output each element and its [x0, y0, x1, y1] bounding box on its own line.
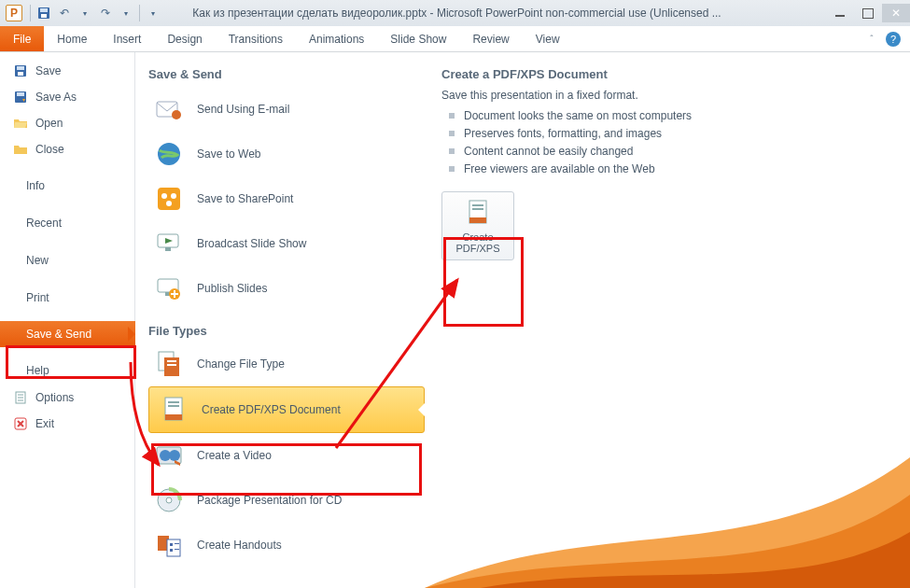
qat-save-icon[interactable] — [35, 4, 53, 22]
option-broadcast[interactable]: Broadcast Slide Show — [148, 221, 425, 266]
sidebar-label: Save & Send — [13, 328, 91, 341]
tab-animations[interactable]: Animations — [296, 26, 377, 51]
video-icon — [154, 441, 184, 470]
sidebar-label: Open — [35, 117, 63, 130]
detail-title: Create a PDF/XPS Document — [441, 67, 899, 81]
button-label-line2: PDF/XPS — [455, 243, 499, 254]
svg-rect-30 — [167, 360, 176, 362]
svg-rect-44 — [170, 543, 173, 546]
publish-icon — [154, 273, 184, 303]
qat-customize-icon[interactable]: ▾ — [144, 4, 162, 22]
svg-rect-31 — [167, 364, 176, 366]
sidebar-new[interactable]: New — [0, 246, 134, 274]
tab-transitions[interactable]: Transitions — [216, 26, 296, 51]
tab-slideshow[interactable]: Slide Show — [377, 26, 459, 51]
option-package-cd[interactable]: Package Presentation for CD — [148, 478, 425, 523]
email-icon — [154, 94, 184, 124]
svg-rect-35 — [165, 414, 182, 420]
sidebar-label: Close — [35, 143, 64, 156]
option-label: Create Handouts — [197, 539, 282, 552]
maximize-button[interactable] — [854, 4, 882, 22]
option-label: Package Presentation for CD — [197, 494, 342, 507]
tab-home[interactable]: Home — [44, 26, 100, 51]
qat-dropdown-icon[interactable]: ▾ — [76, 4, 94, 22]
tab-review[interactable]: Review — [459, 26, 522, 51]
saveas-icon — [13, 90, 28, 105]
ribbon-tabs: File Home Insert Design Transitions Anim… — [0, 26, 910, 52]
svg-point-16 — [172, 110, 181, 119]
options-icon — [13, 390, 28, 405]
sidebar-recent[interactable]: Recent — [0, 209, 134, 237]
tab-view[interactable]: View — [523, 26, 573, 51]
option-create-pdf-xps[interactable]: Create PDF/XPS Document — [148, 386, 425, 433]
bullet: Preserves fonts, formatting, and images — [449, 125, 899, 143]
option-publish-slides[interactable]: Publish Slides — [148, 266, 425, 311]
option-label: Create PDF/XPS Document — [202, 403, 341, 416]
save-icon — [13, 63, 28, 78]
folder-open-icon — [13, 116, 28, 131]
svg-rect-34 — [168, 405, 179, 407]
window-title: Как из презентации сделать видеоролик.pp… — [162, 7, 826, 20]
close-button[interactable] — [882, 4, 910, 22]
option-change-file-type[interactable]: Change File Type — [148, 342, 425, 386]
detail-bullets: Document looks the same on most computer… — [449, 107, 899, 178]
svg-point-20 — [171, 193, 176, 199]
svg-rect-45 — [175, 543, 179, 544]
sidebar-options[interactable]: Options — [0, 385, 134, 411]
option-label: Publish Slides — [197, 282, 267, 295]
svg-point-41 — [166, 497, 172, 503]
minimize-ribbon-icon[interactable]: ˆ — [863, 31, 880, 48]
folder-close-icon — [13, 142, 28, 157]
section-save-send: Save & Send — [148, 67, 425, 83]
option-create-video[interactable]: Create a Video — [148, 433, 425, 478]
option-save-sharepoint[interactable]: Save to SharePoint — [148, 176, 425, 221]
svg-rect-23 — [165, 247, 171, 251]
tab-design[interactable]: Design — [154, 26, 215, 51]
svg-rect-33 — [168, 401, 179, 403]
svg-rect-43 — [167, 539, 180, 556]
minimize-button[interactable] — [826, 4, 854, 22]
sidebar-label: Save — [35, 64, 61, 77]
svg-rect-51 — [469, 217, 486, 223]
change-filetype-icon — [154, 349, 184, 379]
sidebar-save[interactable]: Save — [0, 58, 134, 84]
sidebar-close[interactable]: Close — [0, 136, 134, 162]
sharepoint-icon — [154, 184, 184, 214]
option-label: Save to SharePoint — [197, 192, 293, 205]
svg-rect-7 — [17, 92, 24, 96]
svg-rect-49 — [472, 204, 483, 206]
sidebar-info[interactable]: Info — [0, 172, 134, 200]
svg-rect-2 — [41, 14, 47, 18]
qat-redo-icon[interactable]: ↷ — [96, 4, 115, 22]
broadcast-icon — [154, 229, 184, 259]
tab-insert[interactable]: Insert — [100, 26, 154, 51]
separator — [30, 5, 31, 21]
svg-point-19 — [161, 193, 167, 199]
sidebar-help[interactable]: Help — [0, 357, 134, 385]
qat-undo-icon[interactable]: ↶ — [55, 4, 74, 22]
option-send-email[interactable]: Send Using E-mail — [148, 87, 425, 132]
qat-dropdown-icon[interactable]: ▾ — [117, 4, 135, 22]
sidebar-open[interactable]: Open — [0, 110, 134, 136]
sidebar-print[interactable]: Print — [0, 284, 134, 312]
option-label: Create a Video — [197, 449, 272, 462]
tab-file[interactable]: File — [0, 26, 44, 51]
sidebar-saveas[interactable]: Save As — [0, 84, 134, 110]
sidebar-save-send[interactable]: Save & Send — [0, 321, 135, 347]
create-pdf-xps-button[interactable]: Create PDF/XPS — [441, 191, 514, 260]
option-label: Broadcast Slide Show — [197, 237, 306, 250]
svg-rect-50 — [472, 208, 483, 210]
separator — [139, 5, 140, 21]
option-save-web[interactable]: Save to Web — [148, 132, 425, 176]
quick-access-toolbar: ↶ ▾ ↷ ▾ ▾ — [28, 4, 162, 22]
option-label: Send Using E-mail — [197, 103, 289, 116]
sidebar-label: Save As — [35, 91, 77, 104]
svg-rect-46 — [170, 549, 173, 552]
detail-panel: Create a PDF/XPS Document Save this pres… — [425, 52, 910, 588]
help-icon[interactable]: ? — [886, 32, 901, 47]
sidebar-label: Options — [35, 391, 74, 404]
bullet: Content cannot be easily changed — [449, 143, 899, 161]
option-create-handouts[interactable]: Create Handouts — [148, 523, 425, 567]
sidebar-exit[interactable]: Exit — [0, 411, 134, 437]
button-label-line1: Create — [462, 231, 493, 243]
